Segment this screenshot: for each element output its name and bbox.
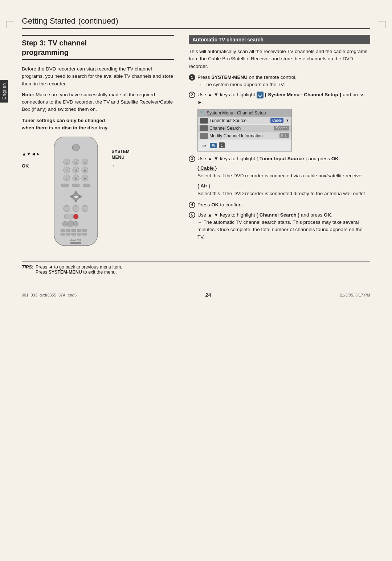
cs-row-label-0: Tuner Input Source xyxy=(209,118,269,123)
cs-arrow: ⇒ xyxy=(200,141,208,150)
remote-control-area: ▲▼◄► OK 1 xyxy=(22,137,174,250)
tips-line1: Press ◄ to go back to previous menu item… xyxy=(36,265,122,270)
svg-rect-41 xyxy=(77,229,81,232)
svg-point-32 xyxy=(64,214,69,219)
svg-rect-42 xyxy=(82,229,87,232)
svg-text:5: 5 xyxy=(75,169,77,172)
step-2-text: Use ▲ ▼ keys to highlight ⊕ { System Men… xyxy=(197,91,370,106)
tips-label: TIPS: xyxy=(22,265,33,275)
step-2: 2 Use ▲ ▼ keys to highlight ⊕ { System M… xyxy=(189,91,370,106)
corner-mark-tr xyxy=(378,21,385,28)
warning-text: Tuner settings can only be changed when … xyxy=(22,117,174,132)
svg-rect-20 xyxy=(61,184,69,187)
air-section: { Air } Select this if the DVD recorder … xyxy=(197,183,370,197)
svg-point-35 xyxy=(62,221,68,226)
step-4-text: Press OK to confirm. xyxy=(197,201,370,209)
svg-rect-46 xyxy=(77,233,81,235)
step-1-text: Press SYSTEM-MENU on the remote control.… xyxy=(197,74,370,89)
tips-text: Press ◄ to go back to previous menu item… xyxy=(36,265,122,275)
svg-text:8: 8 xyxy=(75,177,77,180)
air-text: Select this if the DVD recorder is conne… xyxy=(197,190,370,197)
cs-row-icon-1 xyxy=(200,125,208,131)
svg-text:PHILIPS: PHILIPS xyxy=(70,239,82,242)
step-num-4: 4 xyxy=(189,202,195,208)
main-content: Getting Started (continued) Step 3: TV c… xyxy=(22,15,370,275)
svg-rect-45 xyxy=(72,233,76,235)
menu-label: MENU xyxy=(111,155,124,160)
cs-row-2: Modify Channel Information Edit xyxy=(198,132,291,140)
svg-point-30 xyxy=(73,205,79,212)
note-text: Note: Make sure you have successfully ma… xyxy=(22,91,174,113)
cable-text: Select this if the DVD recorder is conne… xyxy=(197,172,370,179)
page-title-suffix: (continued) xyxy=(78,16,118,25)
right-intro-text: This will automatically scan all the rec… xyxy=(189,48,370,70)
page: English Getting Started (continued) Step… xyxy=(0,15,392,561)
svg-text:OK: OK xyxy=(74,195,78,199)
svg-point-1 xyxy=(72,144,79,151)
step-5: 5 Use ▲ ▼ keys to highlight { Channel Se… xyxy=(189,211,370,241)
page-title-text: Getting Started xyxy=(22,16,75,25)
svg-rect-44 xyxy=(66,233,70,235)
remote-svg: 1 2 3 4 5 6 xyxy=(43,137,109,250)
svg-rect-38 xyxy=(61,229,65,232)
step-num-5: 5 xyxy=(189,212,195,218)
tips-line2: Press SYSTEM-MENU to exit the menu. xyxy=(36,270,122,275)
svg-text:7: 7 xyxy=(66,177,68,180)
air-heading: { Air } xyxy=(197,183,370,189)
cs-row-label-2: Modify Channel Information xyxy=(209,133,278,138)
svg-point-36 xyxy=(67,221,74,227)
svg-text:2: 2 xyxy=(75,161,77,164)
page-number: 24 xyxy=(205,292,211,298)
footer-right: 21/3/05, 3:17 PM xyxy=(340,293,370,297)
svg-rect-39 xyxy=(66,229,70,232)
footer-left: 001_033_dvdr3355_37A_eng5 xyxy=(22,293,77,297)
remote-side-labels: ▲▼◄► OK xyxy=(22,151,40,169)
page-title: Getting Started (continued) xyxy=(22,15,370,29)
step-heading: Step 3: TV channel programming xyxy=(22,35,174,60)
arrows-label: ▲▼◄► xyxy=(22,151,40,157)
page-footer: 001_033_dvdr3355_37A_eng5 24 21/3/05, 3:… xyxy=(0,289,392,301)
cs-title-text: System Menu - Channel Setup xyxy=(207,110,266,116)
svg-rect-43 xyxy=(61,233,65,235)
svg-text:6: 6 xyxy=(84,169,86,172)
step-3-text: Use ▲ ▼ keys to highlight { Tuner Input … xyxy=(197,155,370,162)
cs-row-btn-0[interactable]: Cable xyxy=(270,118,283,123)
section-heading: Automatic TV channel search xyxy=(189,35,370,44)
svg-rect-21 xyxy=(72,184,79,187)
svg-point-37 xyxy=(73,221,78,226)
system-label: SYSTEM xyxy=(111,149,129,155)
cable-heading: { Cable } xyxy=(197,165,370,171)
step-num-1: 1 xyxy=(189,74,195,81)
svg-text:3: 3 xyxy=(84,161,86,164)
cs-row-btn-2[interactable]: Edit xyxy=(279,133,289,138)
svg-rect-40 xyxy=(72,229,76,232)
svg-text:1: 1 xyxy=(66,161,68,164)
corner-mark-tl xyxy=(7,21,14,28)
cs-row-icon-2 xyxy=(200,133,208,139)
step-num-2: 2 xyxy=(189,92,195,98)
cs-icon: 🔧 xyxy=(200,110,205,115)
cs-row-label-1: Channel Search xyxy=(209,126,273,131)
cs-row-0: Tuner Input Source Cable ▼ xyxy=(198,117,291,124)
cs-row-btn-1[interactable]: Search xyxy=(274,126,289,130)
svg-point-34 xyxy=(73,214,78,219)
step-num-3: 3 xyxy=(189,156,195,162)
cs-title-bar: 🔧 System Menu - Channel Setup xyxy=(198,109,291,117)
svg-text:4: 4 xyxy=(66,169,68,172)
right-column: Automatic TV channel search This will au… xyxy=(189,35,370,250)
svg-rect-22 xyxy=(83,184,90,187)
step-3: 3 Use ▲ ▼ keys to highlight { Tuner Inpu… xyxy=(189,155,370,162)
cs-plus-symbol: ⊕ xyxy=(210,143,217,148)
cs-number: 1 xyxy=(219,142,225,148)
svg-point-31 xyxy=(82,205,88,212)
svg-rect-49 xyxy=(70,242,81,244)
svg-point-29 xyxy=(64,205,70,212)
two-column-layout: Step 3: TV channel programming Before th… xyxy=(22,35,370,250)
ok-label: OK xyxy=(22,163,40,169)
cs-bottom-row: ⇒ ⊕ 1 xyxy=(198,140,291,151)
svg-text:9: 9 xyxy=(84,177,86,180)
step-1: 1 Press SYSTEM-MENU on the remote contro… xyxy=(189,74,370,89)
left-column: Step 3: TV channel programming Before th… xyxy=(22,35,174,250)
svg-rect-47 xyxy=(82,233,87,235)
step-4: 4 Press OK to confirm. xyxy=(189,201,370,209)
